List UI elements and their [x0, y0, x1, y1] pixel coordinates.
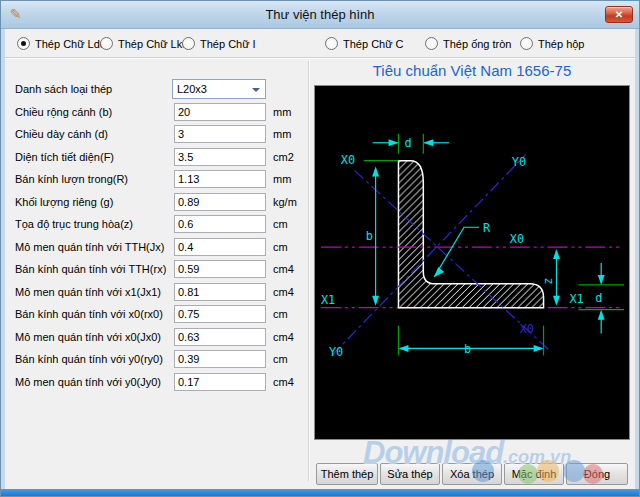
- close-button[interactable]: ✕: [605, 6, 633, 23]
- field-unit: mm: [266, 128, 308, 140]
- form-row-F: Diện tích tiết diện(F) cm2: [15, 147, 308, 167]
- edit-steel-button[interactable]: Sửa thép: [380, 463, 440, 485]
- field-unit: cm: [266, 218, 308, 230]
- radio-label: Thép Chữ C: [343, 38, 404, 50]
- axis-label-y0-bottom: Y0: [329, 345, 343, 359]
- rx0-input[interactable]: [174, 305, 266, 323]
- form-row-Jx1: Mô men quán tính với x1(Jx1) cm4: [15, 282, 308, 302]
- area-F-input[interactable]: [174, 148, 266, 166]
- field-unit: cm4: [266, 376, 308, 388]
- field-label: Khối lượng riêng (g): [15, 196, 174, 208]
- title-bar: ✎ Thư viện thép hình ✕: [1, 1, 639, 29]
- field-unit: cm: [266, 241, 308, 253]
- field-label: Mô men quán tính với x1(Jx1): [15, 286, 174, 298]
- field-unit: cm2: [266, 151, 308, 163]
- radio-icon[interactable]: [182, 37, 195, 50]
- radio-thep-chu-ldc[interactable]: Thép Chữ Ldc: [17, 37, 105, 50]
- principal-axes: [332, 155, 549, 356]
- delete-steel-button[interactable]: Xóa thép: [442, 463, 502, 485]
- radio-icon[interactable]: [520, 37, 533, 50]
- form-row-d: Chiều dày cánh (d) mm: [15, 124, 308, 144]
- dropdown-value: L20x3: [177, 83, 207, 95]
- default-button[interactable]: Mặc định: [504, 463, 564, 485]
- window-border-bottom: [1, 489, 639, 496]
- field-label: Mô men quán tính với x0(Jx0): [15, 331, 174, 343]
- l-section-drawing: d b R z b d X0 X0 X1 X1 Y0 Y0 X0: [315, 86, 629, 439]
- radio-thep-ong-tron[interactable]: Thép ống tròn: [425, 37, 512, 50]
- dim-label-b-bottom: b: [464, 342, 471, 356]
- form-row-Jx: Mô men quán tính với TTH(Jx) cm: [15, 237, 308, 257]
- field-unit: cm4: [266, 263, 308, 275]
- steel-type-dropdown[interactable]: L20x3: [172, 79, 266, 99]
- field-unit: cm: [266, 308, 308, 320]
- rx-input[interactable]: [174, 260, 266, 278]
- form-row-rx: Bán kính quán tính với TTH(rx) cm4: [15, 259, 308, 279]
- panel-divider: [308, 61, 309, 481]
- form-row-g: Khối lượng riêng (g) kg/m: [15, 192, 308, 212]
- radio-thep-chu-lkdc[interactable]: Thép Chữ Lkdc: [100, 37, 194, 50]
- centroid-z-input[interactable]: [174, 215, 266, 233]
- radio-label: Thép Chữ Ldc: [35, 38, 105, 50]
- field-label: Danh sách loại thép: [15, 83, 172, 95]
- window-title: Thư viện thép hình: [1, 7, 639, 22]
- field-unit: kg/m: [266, 196, 308, 208]
- radio-icon[interactable]: [17, 37, 30, 50]
- form-row-rx0: Bán kính quán tính với x0(rx0) cm: [15, 304, 308, 324]
- field-label: Bán kính quán tính với y0(ry0): [15, 353, 174, 365]
- thickness-d-input[interactable]: [174, 125, 266, 143]
- close-dialog-button[interactable]: Đóng: [566, 463, 628, 485]
- radio-thep-chu-i[interactable]: Thép Chữ I: [182, 37, 256, 50]
- radio-label: Thép ống tròn: [443, 38, 512, 50]
- axis-label-x1-right: X1: [569, 292, 583, 306]
- Jx-input[interactable]: [174, 238, 266, 256]
- dim-label-d-right: d: [595, 291, 602, 305]
- form-row-Jx0: Mô men quán tính với x0(Jx0) cm4: [15, 327, 308, 347]
- axis-label-x0-topleft: X0: [341, 153, 355, 167]
- form-row-type: Danh sách loại thép L20x3: [15, 79, 308, 99]
- radio-icon[interactable]: [425, 37, 438, 50]
- dim-label-R: R: [483, 221, 491, 235]
- window-content: Thép Chữ Ldc Thép Chữ Lkdc Thép Chữ I Th…: [5, 29, 635, 489]
- axis-label-y0-top: Y0: [512, 155, 526, 169]
- steel-properties-form: Danh sách loại thép L20x3 Chiều rộng cán…: [15, 79, 308, 394]
- radius-R-input[interactable]: [174, 170, 266, 188]
- Jy0-input[interactable]: [174, 373, 266, 391]
- radio-icon[interactable]: [100, 37, 113, 50]
- form-row-Jy0: Mô men quán tính với y0(Jy0) cm4: [15, 372, 308, 392]
- radio-label: Thép hộp: [538, 38, 584, 50]
- radio-icon[interactable]: [325, 37, 338, 50]
- field-label: Bán kính lượn trong(R): [15, 173, 174, 185]
- section-diagram-canvas: d b R z b d X0 X0 X1 X1 Y0 Y0 X0: [314, 85, 630, 440]
- field-label: Mô men quán tính với TTH(Jx): [15, 241, 174, 253]
- field-label: Diện tích tiết diện(F): [15, 151, 174, 163]
- radio-thep-hop[interactable]: Thép hộp: [520, 37, 584, 50]
- field-unit: mm: [266, 173, 308, 185]
- field-unit: cm: [266, 353, 308, 365]
- add-steel-button[interactable]: Thêm thép: [316, 463, 378, 485]
- radio-thep-chu-c[interactable]: Thép Chữ C: [325, 37, 404, 50]
- field-unit: cm4: [266, 286, 308, 298]
- width-b-input[interactable]: [174, 103, 266, 121]
- dim-label-d-top: d: [404, 136, 411, 150]
- window-border-right: [635, 29, 639, 489]
- field-unit: mm: [266, 106, 308, 118]
- field-unit: cm4: [266, 331, 308, 343]
- steel-category-row: Thép Chữ Ldc Thép Chữ Lkdc Thép Chữ I Th…: [5, 29, 635, 58]
- radio-label: Thép Chữ I: [200, 38, 256, 50]
- form-row-z: Tọa độ trục trung hòa(z) cm: [15, 214, 308, 234]
- field-label: Chiều rộng cánh (b): [15, 106, 174, 118]
- axis-label-x0-bottom: X0: [520, 322, 534, 336]
- axis-label-x0-mid: X0: [510, 232, 524, 246]
- axis-label-x1-left: X1: [321, 293, 335, 307]
- field-label: Bán kính quán tính với TTH(rx): [15, 263, 174, 275]
- field-label: Chiều dày cánh (d): [15, 128, 174, 140]
- weight-g-input[interactable]: [174, 193, 266, 211]
- field-label: Tọa độ trục trung hòa(z): [15, 218, 174, 230]
- field-label: Bán kính quán tính với x0(rx0): [15, 308, 174, 320]
- ry0-input[interactable]: [174, 350, 266, 368]
- dim-label-b-left: b: [366, 229, 373, 243]
- Jx0-input[interactable]: [174, 328, 266, 346]
- chevron-down-icon: [252, 88, 260, 92]
- dim-label-z: z: [541, 278, 555, 285]
- Jx1-input[interactable]: [174, 283, 266, 301]
